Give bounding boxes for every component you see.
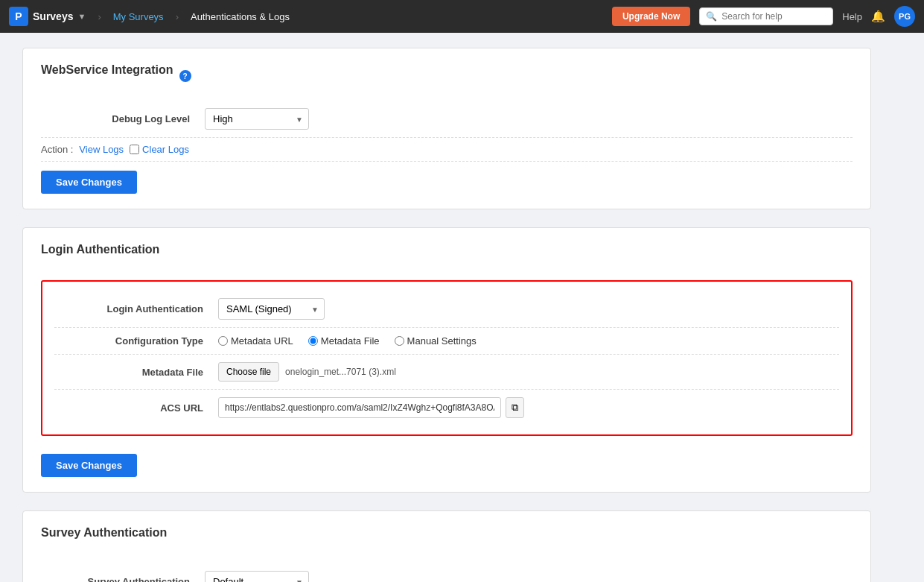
breadcrumb-divider2: › bbox=[176, 11, 179, 22]
config-type-radio-group: Metadata URL Metadata File Manual Settin… bbox=[218, 335, 839, 347]
brand-icon[interactable]: P bbox=[9, 7, 28, 26]
survey-auth-title: Survey Authentication bbox=[41, 526, 167, 540]
login-auth-select[interactable]: SAML (Signed) SAML (Unsigned) None bbox=[218, 298, 325, 320]
debug-log-select-wrap[interactable]: High Medium Low None bbox=[205, 108, 309, 130]
file-name: onelogin_met...7071 (3).xml bbox=[285, 367, 396, 377]
search-input[interactable] bbox=[721, 11, 826, 22]
debug-log-control: High Medium Low None bbox=[205, 108, 853, 130]
manual-settings-radio[interactable] bbox=[395, 336, 404, 346]
search-icon: 🔍 bbox=[706, 11, 717, 22]
login-auth-control: SAML (Signed) SAML (Unsigned) None bbox=[218, 298, 839, 320]
acs-url-input-row: ⧉ bbox=[218, 397, 839, 418]
login-auth-save-button[interactable]: Save Changes bbox=[41, 454, 137, 477]
acs-url-label: ACS URL bbox=[54, 402, 218, 414]
view-logs-link[interactable]: View Logs bbox=[79, 144, 124, 155]
avatar[interactable]: PG bbox=[894, 6, 915, 27]
webservice-title-row: WebService Integration ? bbox=[41, 63, 853, 89]
navbar: P Surveys ▼ › My Surveys › Authenticatio… bbox=[0, 0, 924, 33]
metadata-file-radio[interactable] bbox=[308, 336, 318, 346]
login-auth-title-row: Login Authentication bbox=[41, 243, 853, 268]
debug-log-label: Debug Log Level bbox=[41, 113, 205, 124]
acs-url-input[interactable] bbox=[218, 397, 501, 418]
breadcrumb-divider: › bbox=[98, 11, 101, 22]
manual-settings-label: Manual Settings bbox=[407, 335, 477, 347]
manual-settings-option[interactable]: Manual Settings bbox=[395, 335, 477, 347]
help-label[interactable]: Help bbox=[842, 11, 862, 22]
survey-auth-select-wrap[interactable]: Default Password None bbox=[205, 571, 309, 582]
webservice-title: WebService Integration bbox=[41, 63, 173, 77]
choose-file-button[interactable]: Choose file bbox=[218, 362, 279, 382]
login-auth-card: Login Authentication Login Authenticatio… bbox=[22, 227, 871, 493]
metadata-url-radio[interactable] bbox=[218, 336, 228, 346]
clear-logs-wrap: Clear Logs bbox=[130, 144, 189, 155]
bell-icon[interactable]: 🔔 bbox=[871, 10, 885, 23]
file-row: Choose file onelogin_met...7071 (3).xml bbox=[218, 362, 839, 382]
acs-copy-button[interactable]: ⧉ bbox=[506, 397, 524, 418]
metadata-file-label: Metadata File bbox=[321, 335, 380, 347]
survey-auth-row: Survey Authentication Default Password N… bbox=[41, 563, 853, 582]
page-content: WebService Integration ? Debug Log Level… bbox=[0, 33, 893, 582]
action-label: Action : bbox=[41, 144, 73, 155]
config-type-control: Metadata URL Metadata File Manual Settin… bbox=[218, 335, 839, 347]
breadcrumb-my-surveys[interactable]: My Surveys bbox=[113, 11, 164, 22]
metadata-url-option[interactable]: Metadata URL bbox=[218, 335, 293, 347]
brand: P Surveys ▼ bbox=[9, 7, 86, 26]
config-type-label: Configuration Type bbox=[54, 335, 218, 347]
webservice-card: WebService Integration ? Debug Log Level… bbox=[22, 48, 871, 209]
metadata-file-row: Metadata File Choose file onelogin_met..… bbox=[54, 355, 839, 390]
login-auth-title: Login Authentication bbox=[41, 243, 159, 256]
config-type-row: Configuration Type Metadata URL Metadata… bbox=[54, 328, 839, 355]
brand-dropdown-arrow[interactable]: ▼ bbox=[77, 12, 86, 21]
survey-auth-title-row: Survey Authentication bbox=[41, 526, 853, 551]
search-box[interactable]: 🔍 bbox=[699, 7, 833, 25]
login-auth-label: Login Authentication bbox=[54, 303, 218, 314]
login-auth-row: Login Authentication SAML (Signed) SAML … bbox=[54, 291, 839, 328]
webservice-help-icon[interactable]: ? bbox=[179, 70, 191, 82]
clear-logs-checkbox[interactable] bbox=[130, 145, 139, 154]
survey-auth-select[interactable]: Default Password None bbox=[205, 571, 309, 582]
login-auth-select-wrap[interactable]: SAML (Signed) SAML (Unsigned) None bbox=[218, 298, 325, 320]
metadata-file-control: Choose file onelogin_met...7071 (3).xml bbox=[218, 362, 839, 382]
breadcrumb-current: Authentications & Logs bbox=[191, 11, 290, 22]
acs-url-row: ACS URL ⧉ bbox=[54, 390, 839, 426]
debug-log-row: Debug Log Level High Medium Low None bbox=[41, 101, 853, 138]
clear-logs-label: Clear Logs bbox=[142, 144, 189, 155]
survey-auth-label: Survey Authentication bbox=[41, 576, 205, 582]
survey-auth-card: Survey Authentication Survey Authenticat… bbox=[22, 510, 871, 582]
brand-label: Surveys bbox=[33, 10, 73, 22]
debug-log-select[interactable]: High Medium Low None bbox=[205, 108, 309, 130]
metadata-file-row-label: Metadata File bbox=[54, 367, 218, 378]
action-row: Action : View Logs Clear Logs bbox=[41, 138, 853, 162]
metadata-url-label: Metadata URL bbox=[231, 335, 293, 347]
metadata-file-option[interactable]: Metadata File bbox=[308, 335, 380, 347]
survey-auth-control: Default Password None bbox=[205, 571, 853, 582]
acs-url-control: ⧉ bbox=[218, 397, 839, 418]
upgrade-button[interactable]: Upgrade Now bbox=[612, 7, 690, 26]
webservice-save-button[interactable]: Save Changes bbox=[41, 171, 137, 194]
login-auth-highlighted: Login Authentication SAML (Signed) SAML … bbox=[41, 280, 853, 436]
